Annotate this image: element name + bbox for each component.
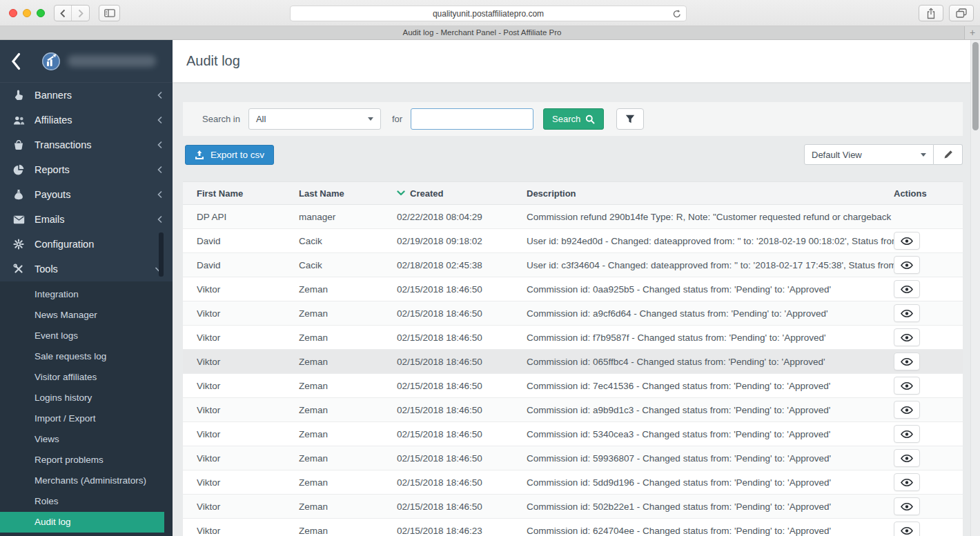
sidebar-item-configuration[interactable]: Configuration (0, 232, 173, 257)
close-window-button[interactable] (9, 9, 17, 17)
sidebar-toggle-button[interactable] (99, 5, 120, 21)
submenu-item[interactable]: Import / Export (0, 408, 164, 429)
view-detail-button[interactable] (894, 425, 920, 443)
page-scrollbar-thumb[interactable] (972, 42, 979, 130)
table-row[interactable]: Viktor Zeman 02/15/2018 18:46:50 Commiss… (183, 374, 963, 398)
view-detail-button[interactable] (894, 256, 920, 274)
zoom-window-button[interactable] (37, 9, 45, 17)
reload-button[interactable] (672, 9, 682, 21)
table-row[interactable]: DP API manager 02/22/2018 08:04:29 Commi… (183, 205, 963, 229)
sidebar-item-banners[interactable]: Banners (0, 83, 173, 108)
column-header-description[interactable]: Description (527, 188, 894, 199)
cell-last-name: manager (299, 212, 397, 222)
table-row[interactable]: Viktor Zeman 02/15/2018 18:46:50 Commiss… (183, 350, 963, 374)
cell-actions (894, 353, 949, 370)
view-detail-button[interactable] (894, 401, 920, 419)
cell-description: Commission id: 624704ee - Changed status… (527, 526, 894, 536)
search-in-select[interactable]: All (248, 108, 381, 130)
url-field[interactable]: qualityunit.postaffiliatepro.com (290, 6, 687, 21)
cell-last-name: Zeman (299, 308, 397, 319)
submenu-item[interactable]: Visitor affiliates (0, 367, 164, 388)
cell-created: 02/15/2018 18:46:50 (397, 284, 527, 295)
share-button[interactable] (919, 5, 943, 21)
view-detail-button[interactable] (894, 449, 920, 467)
column-header-first-name[interactable]: First Name (197, 188, 299, 199)
table-row[interactable]: Viktor Zeman 02/15/2018 18:46:50 Commiss… (183, 422, 963, 446)
sidebar-item-label: Banners (35, 90, 155, 101)
view-detail-button[interactable] (894, 522, 920, 536)
table-body: DP API manager 02/22/2018 08:04:29 Commi… (183, 205, 963, 536)
table-row[interactable]: David Cacik 02/18/2018 02:45:38 User id:… (183, 253, 963, 277)
sidebar-item-affiliates[interactable]: Affiliates (0, 108, 173, 132)
cell-description: Commission id: 065ffbc4 - Changed status… (527, 357, 894, 367)
table-row[interactable]: David Cacik 02/19/2018 09:18:02 User id:… (183, 229, 963, 253)
active-tab[interactable]: Audit log - Merchant Panel - Post Affili… (0, 26, 964, 39)
view-detail-button[interactable] (894, 328, 920, 346)
cell-last-name: Zeman (299, 502, 397, 512)
sidebar-item-label: Tools (35, 264, 155, 275)
edit-view-button[interactable] (934, 144, 963, 165)
sidebar-icon (104, 9, 115, 17)
tab-overview-button[interactable] (949, 5, 974, 21)
submenu-item[interactable]: Integration (0, 284, 164, 305)
sidebar-item-payouts[interactable]: Payouts (0, 182, 173, 207)
page-scrollbar-track[interactable] (970, 40, 980, 536)
submenu-item[interactable]: Merchants (Administrators) (0, 470, 164, 491)
cell-last-name: Zeman (299, 453, 397, 464)
view-detail-button[interactable] (894, 232, 920, 250)
cell-first-name: Viktor (197, 357, 299, 367)
submenu-item[interactable]: Sale requests log (0, 346, 164, 367)
search-button[interactable]: Search (543, 108, 604, 130)
tools-icon (12, 264, 25, 275)
column-header-actions[interactable]: Actions (894, 188, 949, 199)
submenu-item[interactable]: Report problems (0, 450, 164, 470)
collapse-sidebar-button[interactable] (0, 52, 32, 70)
column-header-last-name[interactable]: Last Name (299, 188, 397, 199)
cell-first-name: Viktor (197, 477, 299, 488)
submenu-item[interactable]: Roles (0, 491, 164, 512)
view-detail-button[interactable] (894, 353, 920, 370)
minimize-window-button[interactable] (23, 9, 31, 17)
export-csv-button[interactable]: Export to csv (185, 145, 274, 165)
url-text: qualityunit.postaffiliatepro.com (433, 9, 544, 19)
filter-button[interactable] (616, 108, 644, 130)
sidebar-item-transactions[interactable]: Transactions (0, 132, 173, 157)
submenu-item[interactable]: Event logs (0, 326, 164, 346)
eye-icon (901, 503, 913, 510)
submenu-item[interactable]: Audit log (0, 512, 164, 533)
search-input[interactable] (411, 108, 533, 130)
column-header-created[interactable]: Created (397, 188, 527, 199)
sidebar-item-tools[interactable]: Tools (0, 257, 173, 281)
table-row[interactable]: Viktor Zeman 02/15/2018 18:46:50 Commiss… (183, 398, 963, 422)
sidebar-item-label: Emails (35, 214, 155, 225)
hand-pointer-icon (12, 90, 25, 101)
chevron-left-icon (59, 9, 66, 18)
table-row[interactable]: Viktor Zeman 02/15/2018 18:46:50 Commiss… (183, 495, 963, 519)
sidebar-item-emails[interactable]: Emails (0, 207, 173, 232)
sidebar-header (0, 40, 173, 83)
view-detail-button[interactable] (894, 280, 920, 298)
table-row[interactable]: Viktor Zeman 02/15/2018 18:46:23 Commiss… (183, 519, 963, 536)
actions-row: Export to csv Default View (183, 144, 963, 165)
table-row[interactable]: Viktor Zeman 02/15/2018 18:46:50 Commiss… (183, 470, 963, 495)
submenu-item[interactable]: Logins history (0, 388, 164, 408)
submenu-item[interactable]: Views (0, 429, 164, 450)
view-detail-button[interactable] (894, 473, 920, 491)
table-row[interactable]: Viktor Zeman 02/15/2018 18:46:50 Commiss… (183, 301, 963, 326)
submenu-item[interactable]: News Manager (0, 305, 164, 326)
sidebar-item-reports[interactable]: Reports (0, 157, 173, 182)
view-detail-button[interactable] (894, 497, 920, 515)
view-detail-button[interactable] (894, 304, 920, 322)
forward-button[interactable] (72, 6, 89, 21)
table-row[interactable]: Viktor Zeman 02/15/2018 18:46:50 Commiss… (183, 326, 963, 350)
cell-description: Commission id: 5340cea3 - Changed status… (527, 429, 894, 439)
back-button[interactable] (55, 6, 72, 21)
eye-icon (901, 334, 913, 341)
view-select[interactable]: Default View (804, 144, 934, 165)
new-tab-button[interactable]: + (964, 26, 980, 39)
table-row[interactable]: Viktor Zeman 02/15/2018 18:46:50 Commiss… (183, 446, 963, 470)
cell-last-name: Zeman (299, 381, 397, 391)
table-row[interactable]: Viktor Zeman 02/15/2018 18:46:50 Commiss… (183, 277, 963, 301)
sidebar-scrollbar-thumb[interactable] (159, 232, 164, 277)
view-detail-button[interactable] (894, 377, 920, 395)
